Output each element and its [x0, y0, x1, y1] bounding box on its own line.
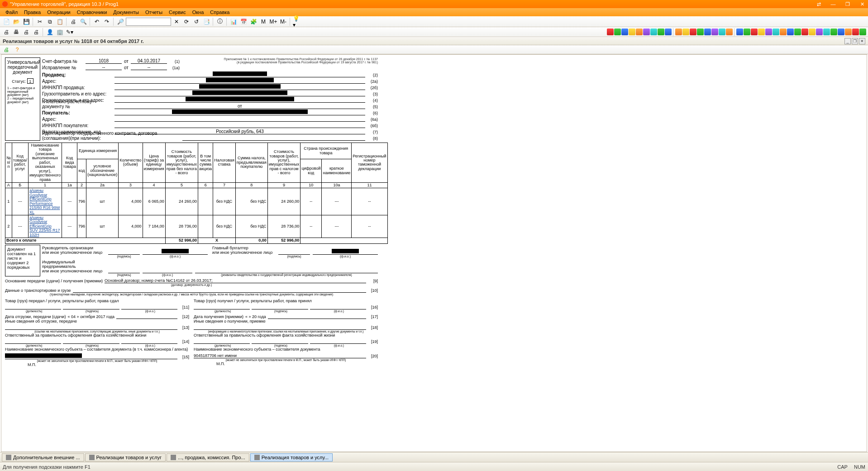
ext-icon-7[interactable] [650, 29, 657, 35]
th-sum-notax: Стоимость товаров (работ, услуг), имущес… [165, 143, 198, 183]
menu-windows[interactable]: Окна [190, 10, 207, 15]
calendar-icon[interactable]: 📅 [239, 17, 248, 26]
ext-icon-22[interactable] [765, 29, 772, 35]
ext-icon-11[interactable] [682, 29, 689, 35]
ext-icon-20[interactable] [751, 29, 758, 35]
nav-back-icon[interactable]: ↺ [192, 17, 201, 26]
doc-help-icon[interactable]: ? [13, 45, 22, 54]
window-tab[interactable]: Реализация товаров и услу... [250, 453, 333, 461]
app-icon[interactable]: 🧩 [249, 17, 258, 26]
ext-icon-16[interactable] [719, 29, 725, 35]
doc-print-icon[interactable]: 🖨 [2, 45, 11, 54]
window-tab[interactable]: ..., продажа, комиссия. Про... [167, 453, 249, 461]
ext-icon-30[interactable] [823, 29, 830, 35]
doc-minimize-icon[interactable]: _ [844, 38, 851, 44]
menu-catalogs[interactable]: Справочники [74, 10, 110, 15]
ext-icon-13[interactable] [697, 29, 704, 35]
ext-icon-34[interactable] [852, 29, 859, 35]
ext-icon-24[interactable] [780, 29, 787, 35]
print-multi-icon[interactable]: 🖨 [32, 28, 41, 37]
search-clear-icon[interactable]: ✕ [172, 17, 181, 26]
search-input[interactable] [126, 18, 171, 26]
ext-icon-32[interactable] [838, 29, 844, 35]
secondary-toolbar: 🖨 🖶 🖨 🖨 👤 🏢 ✎▾ [0, 27, 868, 37]
ext-icon-26[interactable] [794, 29, 801, 35]
ext-icon-5[interactable] [636, 29, 643, 35]
document-scroll-area[interactable]: Универсальный передаточный документ Стат… [1, 54, 867, 452]
ext-icon-25[interactable] [787, 29, 794, 35]
transport-note: (транспортная накладная, поручение экспе… [5, 293, 378, 296]
print-settings-icon[interactable]: 🖨 [22, 28, 31, 37]
header-row-label: Адрес: [42, 117, 114, 122]
print-preview-icon[interactable]: 🔍 [79, 17, 88, 26]
help-icon[interactable]: ⓘ [215, 17, 224, 26]
refresh-icon[interactable]: ⟳ [182, 17, 191, 26]
total-tax: 0,00 [235, 238, 267, 243]
m-icon[interactable]: M [259, 17, 268, 26]
org-icon[interactable]: 🏢 [55, 28, 64, 37]
m-plus-icon[interactable]: M+ [269, 17, 278, 26]
search-icon[interactable]: 🔎 [116, 17, 125, 26]
m-minus-icon[interactable]: M- [279, 17, 288, 26]
user-icon[interactable]: 👤 [45, 28, 54, 37]
menu-file[interactable]: Файл [3, 10, 20, 15]
receive-subject: 9045187706 нет имени [194, 353, 366, 358]
nav-forward-icon[interactable]: 📑 [202, 17, 211, 26]
doc-restore-icon[interactable]: ❐ [852, 38, 858, 44]
open-icon[interactable]: 📂 [12, 17, 21, 26]
new-doc-icon[interactable]: 📄 [2, 17, 11, 26]
copy-icon[interactable]: ⧉ [45, 17, 54, 26]
window-tab[interactable]: Дополнительные внешние ... [2, 453, 84, 461]
window-tab[interactable]: Реализации товаров и услуг [85, 453, 166, 461]
ext-icon-8[interactable] [658, 29, 664, 35]
ext-icon-28[interactable] [809, 29, 816, 35]
menu-reports[interactable]: Отчеты [143, 10, 165, 15]
print-direct-icon[interactable]: 🖨 [2, 28, 11, 37]
cut-icon[interactable]: ✂ [35, 17, 44, 26]
style-icon[interactable]: 💡▾ [292, 17, 301, 26]
ext-icon-1[interactable] [607, 29, 614, 35]
menu-edit[interactable]: Правка [21, 10, 43, 15]
ext-icon-2[interactable] [614, 29, 621, 35]
menu-help[interactable]: Справка [207, 10, 232, 15]
transport-label: Данные о транспортировке и грузе [5, 288, 71, 293]
ext-icon-31[interactable] [830, 29, 837, 35]
ext-icon-21[interactable] [758, 29, 765, 35]
print-icon[interactable]: 🖨 [69, 17, 78, 26]
window-minimize-icon[interactable]: — [829, 1, 837, 7]
ext-icon-27[interactable] [801, 29, 808, 35]
ext-icon-35[interactable] [859, 29, 866, 35]
ext-icon-17[interactable] [726, 29, 733, 35]
ext-icon-18[interactable] [736, 29, 743, 35]
ext-icon-12[interactable] [690, 29, 696, 35]
ext-icon-3[interactable] [621, 29, 628, 35]
ext-icon-6[interactable] [643, 29, 650, 35]
window-sync-icon[interactable]: ⇄ [815, 1, 823, 7]
redo-icon[interactable]: ↷ [102, 17, 111, 26]
ext-icon-33[interactable] [845, 29, 852, 35]
ext-icon-19[interactable] [744, 29, 750, 35]
window-close-icon[interactable]: ✕ [858, 1, 866, 7]
menu-operations[interactable]: Операции [44, 10, 73, 15]
ext-icon-14[interactable] [704, 29, 711, 35]
calc-icon[interactable]: 📊 [229, 17, 238, 26]
ext-icon-9[interactable] [665, 29, 672, 35]
save-icon[interactable]: 💾 [22, 17, 31, 26]
window-maximize-icon[interactable]: ❐ [844, 1, 852, 7]
ext-icon-10[interactable] [675, 29, 682, 35]
menu-documents[interactable]: Документы [110, 10, 142, 15]
ext-icon-15[interactable] [711, 29, 718, 35]
brush-icon[interactable]: ✎▾ [65, 28, 74, 37]
ext-icon-4[interactable] [629, 29, 635, 35]
ext-icon-23[interactable] [773, 29, 779, 35]
product-link[interactable]: а/шины Goodyear EfficientGrip SUV 225/65… [29, 215, 60, 237]
undo-icon[interactable]: ↶ [92, 17, 101, 26]
col-num: 10а [322, 182, 352, 188]
product-link[interactable]: а/шины Goodyear EfficientGrip Performanc… [29, 188, 60, 214]
print-blue-icon[interactable]: 🖶 [12, 28, 21, 37]
paste-icon[interactable]: 📋 [55, 17, 64, 26]
menu-service[interactable]: Сервис [166, 10, 189, 15]
ext-icon-29[interactable] [816, 29, 823, 35]
redacted-value [206, 78, 274, 82]
doc-close-icon[interactable]: ✕ [859, 38, 865, 44]
